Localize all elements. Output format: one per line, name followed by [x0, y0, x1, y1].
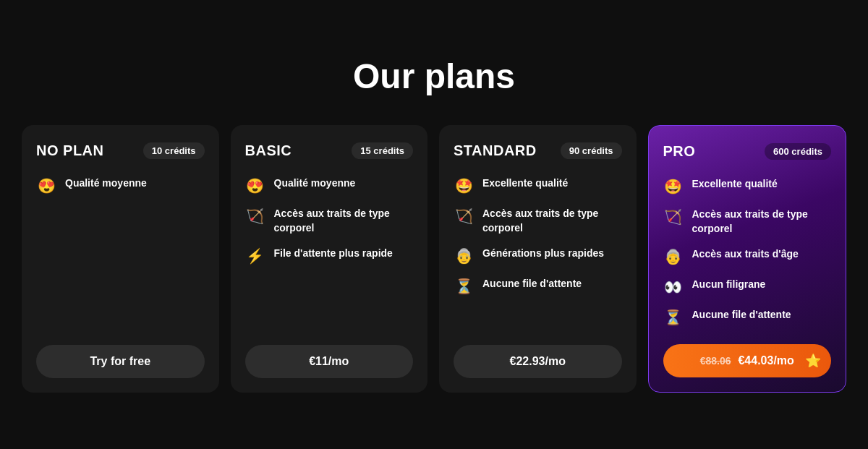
star-icon: ⭐	[805, 353, 821, 369]
features-list-standard: 🤩Excellente qualité🏹Accès aux traits de …	[454, 176, 622, 328]
feature-icon: 🤩	[454, 176, 474, 195]
credits-badge-standard: 90 crédits	[561, 142, 622, 159]
feature-item: 👀Aucun filigrane	[663, 278, 832, 296]
plan-header-no-plan: NO PLAN10 crédits	[36, 142, 205, 159]
feature-item: 🏹Accès aux traits de type corporel	[245, 207, 414, 235]
plan-cta-standard: €22.93/mo	[454, 345, 622, 378]
feature-icon: 🤩	[663, 177, 684, 196]
feature-icon: ⚡	[245, 247, 265, 265]
cta-button-standard[interactable]: €22.93/mo	[454, 345, 622, 378]
plan-card-no-plan: NO PLAN10 crédits😍Qualité moyenneTry for…	[22, 125, 219, 393]
feature-text: Accès aux traits de type corporel	[482, 207, 622, 235]
feature-item: 👵Générations plus rapides	[454, 247, 622, 265]
feature-icon: 👀	[663, 278, 684, 296]
features-list-no-plan: 😍Qualité moyenne	[36, 176, 205, 328]
feature-item: ⏳Aucune file d'attente	[454, 277, 622, 296]
feature-text: Aucune file d'attente	[692, 308, 791, 322]
credits-badge-no-plan: 10 crédits	[143, 142, 205, 159]
credits-badge-basic: 15 crédits	[352, 142, 413, 159]
plan-card-standard: STANDARD90 crédits🤩Excellente qualité🏹Ac…	[439, 125, 637, 393]
credits-badge-pro: 600 crédits	[765, 143, 831, 160]
feature-icon: 🏹	[245, 207, 265, 226]
feature-icon: ⏳	[663, 308, 684, 327]
feature-text: Aucune file d'attente	[482, 277, 582, 291]
plan-name-pro: PRO	[663, 143, 696, 160]
feature-text: Accès aux traits de type corporel	[274, 207, 414, 235]
feature-icon: 😍	[245, 176, 265, 195]
feature-text: Accès aux traits d'âge	[692, 247, 799, 262]
plan-header-pro: PRO600 crédits	[663, 143, 832, 160]
feature-icon: 🏹	[454, 207, 474, 226]
plans-container: NO PLAN10 crédits😍Qualité moyenneTry for…	[22, 125, 846, 393]
feature-icon: 👵	[454, 247, 474, 265]
features-list-pro: 🤩Excellente qualité🏹Accès aux traits de …	[663, 177, 832, 327]
feature-text: File d'attente plus rapide	[274, 247, 393, 261]
feature-text: Excellente qualité	[692, 177, 778, 192]
feature-item: ⚡File d'attente plus rapide	[245, 247, 414, 265]
plan-cta-no-plan: Try for free	[36, 345, 205, 378]
plan-name-no-plan: NO PLAN	[36, 142, 104, 159]
feature-item: 😍Qualité moyenne	[245, 176, 414, 195]
plan-name-standard: STANDARD	[454, 142, 537, 159]
plan-name-basic: BASIC	[245, 142, 292, 159]
new-price: €44.03/mo	[738, 354, 793, 367]
feature-item: 🤩Excellente qualité	[663, 177, 832, 196]
feature-text: Générations plus rapides	[482, 247, 604, 261]
features-list-basic: 😍Qualité moyenne🏹Accès aux traits de typ…	[245, 176, 414, 328]
feature-text: Qualité moyenne	[274, 176, 356, 191]
feature-icon: 👵	[663, 247, 684, 266]
feature-text: Excellente qualité	[482, 176, 568, 191]
feature-item: 👵Accès aux traits d'âge	[663, 247, 832, 266]
cta-button-basic[interactable]: €11/mo	[245, 345, 414, 378]
feature-item: 😍Qualité moyenne	[36, 176, 205, 195]
plan-card-pro: PRO600 crédits🤩Excellente qualité🏹Accès …	[648, 125, 847, 393]
page-title: Our plans	[353, 56, 515, 96]
feature-icon: ⏳	[454, 277, 474, 296]
feature-icon: 🏹	[663, 208, 684, 226]
feature-item: 🏹Accès aux traits de type corporel	[663, 208, 832, 236]
plan-header-basic: BASIC15 crédits	[245, 142, 414, 159]
cta-button-no-plan[interactable]: Try for free	[36, 345, 205, 378]
cta-button-pro[interactable]: €88.06€44.03/mo⭐	[663, 344, 832, 377]
original-price: €88.06	[700, 355, 731, 367]
feature-icon: 😍	[36, 176, 56, 195]
feature-item: 🏹Accès aux traits de type corporel	[454, 207, 622, 235]
plan-cta-basic: €11/mo	[245, 345, 414, 378]
plan-header-standard: STANDARD90 crédits	[454, 142, 622, 159]
plan-cta-pro: €88.06€44.03/mo⭐	[663, 344, 832, 377]
feature-text: Aucun filigrane	[692, 278, 766, 292]
plan-card-basic: BASIC15 crédits😍Qualité moyenne🏹Accès au…	[231, 125, 428, 393]
feature-text: Qualité moyenne	[65, 176, 147, 191]
feature-item: ⏳Aucune file d'attente	[663, 308, 832, 327]
feature-text: Accès aux traits de type corporel	[692, 208, 832, 236]
feature-item: 🤩Excellente qualité	[454, 176, 622, 195]
